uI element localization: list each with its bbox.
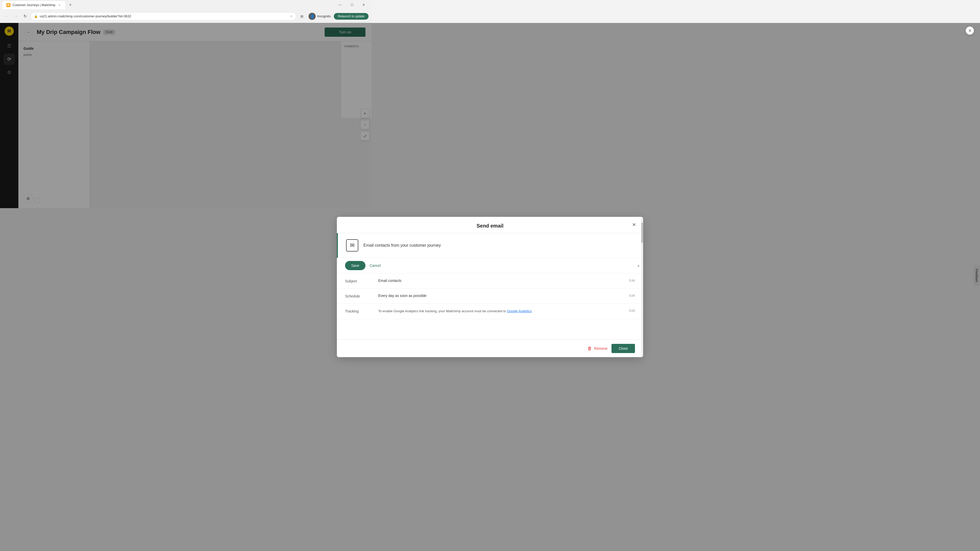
incognito-icon: 👤 — [309, 13, 316, 20]
refresh-button[interactable]: ↻ — [21, 13, 29, 20]
relaunch-button[interactable]: Relaunch to update — [334, 13, 369, 20]
new-tab-button[interactable]: + — [67, 1, 74, 8]
address-bar[interactable]: 🔒 us21.admin.mailchimp.com/customer-jour… — [30, 12, 296, 21]
forward-nav-button[interactable]: → — [12, 13, 19, 20]
url-text: us21.admin.mailchimp.com/customer-journe… — [40, 14, 288, 18]
tab-favicon: M — [6, 3, 11, 7]
incognito-badge: 👤 Incognito — [307, 13, 333, 20]
address-bar-row: ← → ↻ 🔒 us21.admin.mailchimp.com/custome… — [0, 10, 372, 23]
modal-overlay: Send email ✕ ✉ Email contacts from your … — [0, 23, 372, 208]
window-controls: — ☐ ✕ — [334, 0, 369, 10]
tab-bar: M Customer Journeys | Mailchimp × + — ☐ … — [0, 0, 372, 10]
active-tab[interactable]: M Customer Journeys | Mailchimp × — [2, 0, 66, 9]
lock-icon: 🔒 — [34, 14, 38, 18]
bookmark-icon[interactable]: ☆ — [290, 14, 293, 18]
tab-close-button[interactable]: × — [57, 3, 62, 7]
minimize-button[interactable]: — — [334, 0, 346, 10]
extensions-icon[interactable]: ⊞ — [298, 13, 305, 20]
back-nav-button[interactable]: ← — [3, 13, 10, 20]
tab-title: Customer Journeys | Mailchimp — [13, 3, 56, 7]
close-window-button[interactable]: ✕ — [358, 0, 369, 10]
maximize-button[interactable]: ☐ — [346, 0, 358, 10]
incognito-label: Incognito — [317, 14, 331, 18]
toolbar-icons: ⊞ 👤 Incognito Relaunch to update — [298, 13, 369, 20]
browser-chrome: M Customer Journeys | Mailchimp × + — ☐ … — [0, 0, 372, 23]
